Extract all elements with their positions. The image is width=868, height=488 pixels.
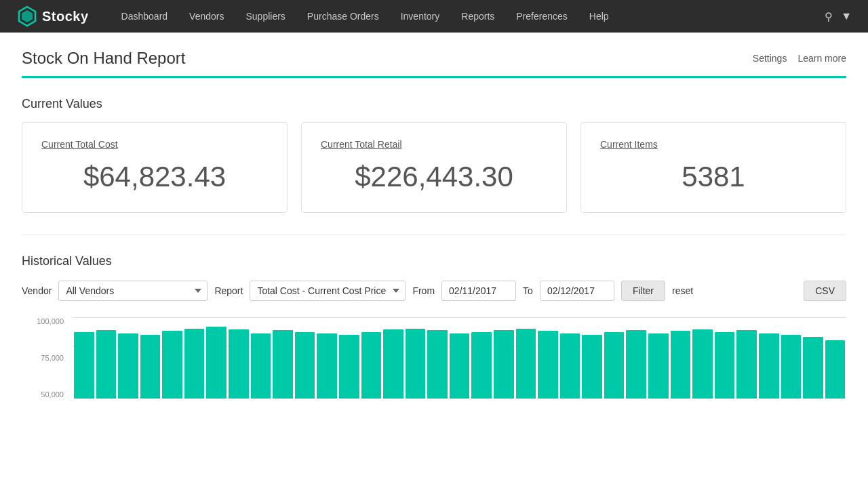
chart-bar	[251, 333, 271, 399]
nav-preferences[interactable]: Preferences	[505, 0, 578, 33]
chart-bar	[317, 333, 337, 399]
chart-bar	[582, 335, 602, 399]
brand[interactable]: Stocky	[16, 5, 89, 27]
card-current-items: Current Items 5381	[580, 122, 846, 213]
page-header-actions: Settings Learn more	[753, 53, 846, 64]
chart-bar	[339, 335, 359, 399]
to-label: To	[523, 285, 533, 296]
chart-bar	[604, 332, 625, 399]
nav-suppliers[interactable]: Suppliers	[235, 0, 296, 33]
reset-link[interactable]: reset	[672, 285, 693, 296]
current-values-title: Current Values	[22, 97, 846, 111]
svg-marker-1	[22, 10, 33, 22]
chart-bar	[671, 331, 691, 399]
card-total-retail-label: Current Total Retail	[321, 139, 547, 150]
chart-bar	[206, 327, 226, 399]
chart-bar	[692, 329, 713, 399]
navbar: Stocky Dashboard Vendors Suppliers Purch…	[0, 0, 868, 33]
chart-bar	[295, 332, 315, 399]
chart-bar	[383, 329, 403, 399]
nav-vendors[interactable]: Vendors	[178, 0, 235, 33]
chart-bar	[715, 332, 735, 399]
chart-bar	[560, 333, 580, 399]
filter-button[interactable]: Filter	[621, 281, 665, 301]
current-values-cards: Current Total Cost $64,823.43 Current To…	[22, 122, 846, 213]
chart-bar	[494, 330, 514, 399]
settings-link[interactable]: Settings	[753, 53, 787, 64]
page-content: Stock On Hand Report Settings Learn more…	[0, 33, 868, 415]
chart-y-label-50k: 50,000	[22, 390, 69, 399]
chart-bar	[759, 333, 779, 399]
filter-row: Vendor All Vendors Report Total Cost - C…	[22, 281, 846, 301]
section-divider	[22, 235, 846, 235]
brand-name: Stocky	[42, 9, 89, 24]
card-total-retail: Current Total Retail $226,443.30	[301, 122, 567, 213]
nav-items: Dashboard Vendors Suppliers Purchase Ord…	[111, 0, 825, 33]
chart-bar	[96, 330, 117, 399]
card-total-retail-value: $226,443.30	[321, 161, 547, 193]
chart-bar	[184, 329, 205, 399]
nav-dashboard[interactable]: Dashboard	[111, 0, 179, 33]
chart-bar	[516, 329, 536, 399]
nav-reports[interactable]: Reports	[450, 0, 505, 33]
historical-values-title: Historical Values	[22, 254, 846, 268]
chart-area	[73, 317, 846, 399]
chart-bar	[74, 332, 94, 399]
csv-button[interactable]: CSV	[804, 281, 846, 301]
card-total-cost-label: Current Total Cost	[41, 139, 268, 150]
card-total-cost: Current Total Cost $64,823.43	[22, 122, 288, 213]
learn-more-link[interactable]: Learn more	[797, 53, 846, 64]
chart-bar	[273, 330, 293, 399]
chart-bar	[781, 335, 802, 399]
chart-bar	[427, 330, 448, 399]
report-label: Report	[214, 285, 243, 296]
report-select[interactable]: Total Cost - Current Cost Price	[250, 281, 406, 301]
card-total-cost-value: $64,823.43	[41, 161, 268, 193]
chart-bar	[803, 337, 823, 399]
vendor-label: Vendor	[22, 285, 52, 296]
chart-bar	[140, 335, 161, 399]
chart-bar	[825, 340, 846, 399]
chart-bar	[736, 330, 757, 399]
chart-y-label-100k: 100,000	[22, 317, 69, 325]
page-header: Stock On Hand Report Settings Learn more	[22, 49, 846, 68]
chart-bar	[626, 330, 646, 399]
nav-right-actions: ⚲ ▼	[825, 10, 852, 23]
nav-inventory[interactable]: Inventory	[390, 0, 451, 33]
chart-bar	[229, 329, 249, 399]
to-date-input[interactable]	[540, 281, 614, 301]
nav-purchase-orders[interactable]: Purchase Orders	[296, 0, 390, 33]
nav-caret-icon[interactable]: ▼	[841, 10, 852, 22]
card-current-items-label: Current Items	[600, 139, 827, 150]
chart-bar	[450, 333, 470, 399]
chart-y-labels: 100,000 75,000 50,000	[22, 317, 69, 399]
chart-bar	[406, 329, 426, 399]
page-title: Stock On Hand Report	[22, 49, 185, 68]
bars-row	[73, 317, 846, 399]
chart-bar	[538, 331, 558, 399]
chart-container: 100,000 75,000 50,000	[22, 317, 846, 399]
vendor-select[interactable]: All Vendors	[58, 281, 208, 301]
chart-bar	[162, 331, 182, 399]
nav-help[interactable]: Help	[578, 0, 620, 33]
chart-bar	[471, 332, 492, 399]
accent-bar	[22, 76, 846, 78]
card-current-items-value: 5381	[600, 161, 827, 193]
chart-bar	[118, 333, 138, 399]
chart-bar	[361, 332, 382, 399]
from-date-input[interactable]	[441, 281, 516, 301]
chart-y-label-75k: 75,000	[22, 354, 69, 362]
brand-icon	[16, 5, 38, 27]
chart-bar	[648, 333, 669, 399]
from-label: From	[412, 285, 435, 296]
search-icon[interactable]: ⚲	[825, 10, 833, 23]
